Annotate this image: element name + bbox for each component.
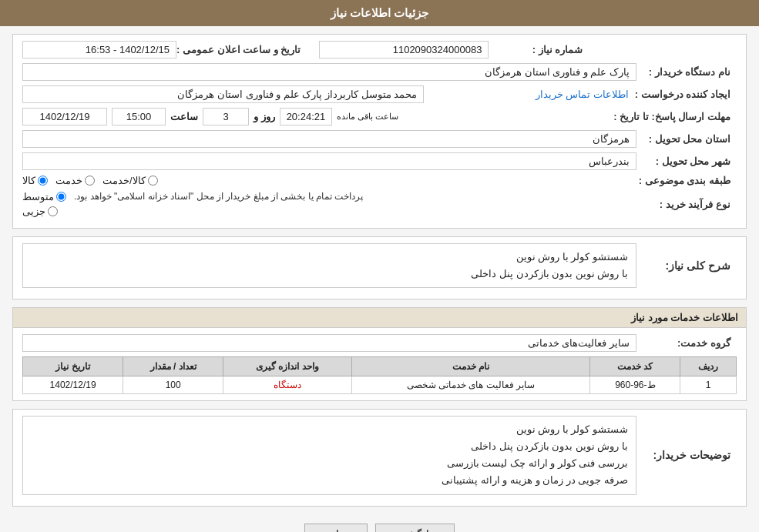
remain-label: ساعت باقی مانده <box>337 112 398 122</box>
creator-row: ایجاد کننده درخواست : اطلاعات تماس خریدا… <box>22 85 737 103</box>
category-radios: کالا/خدمت خدمت کالا <box>22 175 636 186</box>
service-group-row: گروه خدمت: سایر فعالیت‌های خدماتی <box>22 334 737 352</box>
cell-row: 1 <box>680 376 737 394</box>
radio-kala-label: کالا <box>22 175 35 186</box>
col-name: نام خدمت <box>351 357 590 376</box>
col-date: تاریخ نیاز <box>23 357 123 376</box>
services-card: اطلاعات خدمات مورد نیاز گروه خدمت: سایر … <box>12 307 747 401</box>
category-label: طبقه بندی موضوعی : <box>636 175 737 186</box>
need-description-card: شرح کلی نیاز: شستشو کولر با روش نوینبا ر… <box>12 236 747 299</box>
deadline-time: 15:00 <box>112 108 166 125</box>
services-header-label: اطلاعات خدمات مورد نیاز <box>631 312 738 323</box>
page-header: جزئیات اطلاعات نیاز <box>0 0 759 26</box>
radio-kala-khadamat-label: کالا/خدمت <box>102 175 146 186</box>
announce-date-value: 1402/12/15 - 16:53 <box>22 41 176 59</box>
province-value: هرمزگان <box>22 130 636 148</box>
radio-khadamat-label: خدمت <box>55 175 82 186</box>
radio-jozii: جزیی <box>22 206 58 217</box>
purchase-type-label: نوع فرآیند خرید : <box>636 199 737 210</box>
col-unit: واحد اندازه گیری <box>223 357 352 376</box>
cell-unit: دستگاه <box>223 376 352 394</box>
radio-jozii-input[interactable] <box>48 206 58 216</box>
announce-date-label: تاریخ و ساعت اعلان عمومی : <box>176 44 307 55</box>
radio-kala-input[interactable] <box>38 176 48 186</box>
action-buttons: بازگشت چاپ <box>12 514 747 532</box>
main-info-card: شماره نیاز : 1102090324000083 تاریخ و سا… <box>12 34 747 229</box>
service-group-value: سایر فعالیت‌های خدماتی <box>22 334 636 352</box>
creator-inline: اطلاعات تماس خریدار محمد متوسل کاربرداز … <box>22 85 635 103</box>
deadline-inline: ساعت باقی مانده 20:24:21 روز و 3 ساعت 15… <box>22 108 613 125</box>
buyer-desc-card: توضیحات خریدار: شستشو کولر با روش نوینبا… <box>12 409 747 506</box>
buyer-desc-text: شستشو کولر با روش نوینبا روش نوین بدون ب… <box>442 423 628 486</box>
deadline-date: 1402/12/19 <box>22 108 107 125</box>
buyer-org-label: نام دستگاه خریدار : <box>636 66 737 78</box>
cell-qty: 100 <box>123 376 223 394</box>
purchase-type-row: نوع فرآیند خرید : پرداخت تمام یا بخشی از… <box>22 191 737 217</box>
buyer-desc-value: شستشو کولر با روش نوینبا روش نوین بدون ب… <box>22 416 636 494</box>
radio-jozii-label: جزیی <box>22 206 45 217</box>
need-description-row: شرح کلی نیاز: شستشو کولر با روش نوینبا ر… <box>22 243 737 288</box>
radio-motavaset-label: متوسط <box>22 191 54 202</box>
deadline-row: مهلت ارسال پاسخ: تا تاریخ : ساعت باقی ما… <box>22 108 737 125</box>
services-table: ردیف کد خدمت نام خدمت واحد اندازه گیری ت… <box>22 356 737 394</box>
purchase-note: پرداخت تمام یا بخشی از مبلغ خریدار از مح… <box>74 191 363 202</box>
col-row: ردیف <box>680 357 737 376</box>
services-body: گروه خدمت: سایر فعالیت‌های خدماتی ردیف ک… <box>13 328 746 400</box>
deadline-label: مهلت ارسال پاسخ: تا تاریخ : <box>613 111 737 122</box>
radio-khadamat-input[interactable] <box>85 176 95 186</box>
radio-khadamat: خدمت <box>55 175 95 186</box>
buyer-org-row: نام دستگاه خریدار : پارک علم و فناوری اس… <box>22 63 737 81</box>
buyer-desc-row: توضیحات خریدار: شستشو کولر با روش نوینبا… <box>22 416 737 494</box>
cell-date: 1402/12/19 <box>23 376 123 394</box>
need-description-label: شرح کلی نیاز: <box>636 259 737 272</box>
creator-value: محمد متوسل کاربرداز پارک علم و فناوری اس… <box>22 85 424 103</box>
buyer-desc-label: توضیحات خریدار: <box>636 449 737 461</box>
radio-kala-khadamat: کالا/خدمت <box>102 175 158 186</box>
radio-kala: کالا <box>22 175 48 186</box>
table-header-row: ردیف کد خدمت نام خدمت واحد اندازه گیری ت… <box>23 357 737 376</box>
creator-label: ایجاد کننده درخواست : <box>635 89 737 100</box>
table-row: 1 ط-96-960 سایر فعالیت های خدماتی شخصی د… <box>23 376 737 394</box>
buyer-org-value: پارک علم و فناوری استان هرمزگان <box>22 63 636 81</box>
need-number-row: شماره نیاز : 1102090324000083 تاریخ و سا… <box>22 41 737 59</box>
province-row: استان محل تحویل : هرمزگان <box>22 130 737 148</box>
time-label: ساعت <box>170 111 198 122</box>
services-header: اطلاعات خدمات مورد نیاز <box>13 308 746 328</box>
main-info-body: شماره نیاز : 1102090324000083 تاریخ و سا… <box>13 35 746 228</box>
cell-name: سایر فعالیت های خدماتی شخصی <box>351 376 590 394</box>
purchase-radios: متوسط جزیی <box>22 191 66 217</box>
province-label: استان محل تحویل : <box>636 133 737 145</box>
radio-kala-khadamat-input[interactable] <box>148 176 158 186</box>
print-button[interactable]: چاپ <box>304 524 368 532</box>
deadline-remain: 20:24:21 <box>280 108 333 125</box>
category-row: طبقه بندی موضوعی : کالا/خدمت خدمت کال <box>22 175 737 186</box>
col-code: کد خدمت <box>590 357 680 376</box>
city-label: شهر محل تحویل : <box>636 156 737 167</box>
deadline-days: 3 <box>203 108 249 125</box>
need-description-text: شستشو کولر با روش نوینبا روش نوین بدون ب… <box>471 251 628 279</box>
purchase-type-content: پرداخت تمام یا بخشی از مبلغ خریدار از مح… <box>22 191 636 217</box>
cell-code: ط-96-960 <box>590 376 680 394</box>
day-label: روز و <box>254 111 275 122</box>
need-number-value: 1102090324000083 <box>319 41 489 59</box>
need-description-value: شستشو کولر با روش نوینبا روش نوین بدون ب… <box>22 243 636 288</box>
radio-motavaset-input[interactable] <box>56 192 66 202</box>
city-value: بندرعباس <box>22 152 636 170</box>
page-title: جزئیات اطلاعات نیاز <box>331 6 428 19</box>
buyer-desc-body: توضیحات خریدار: شستشو کولر با روش نوینبا… <box>13 410 746 505</box>
need-number-label: شماره نیاز : <box>489 44 589 55</box>
col-qty: تعداد / مقدار <box>123 357 223 376</box>
service-group-label: گروه خدمت: <box>636 337 737 349</box>
need-description-body: شرح کلی نیاز: شستشو کولر با روش نوینبا ر… <box>13 237 746 299</box>
radio-motavaset: متوسط <box>22 191 66 202</box>
back-button[interactable]: بازگشت <box>375 524 455 532</box>
city-row: شهر محل تحویل : بندرعباس <box>22 152 737 170</box>
contact-link[interactable]: اطلاعات تماس خریدار <box>428 86 635 103</box>
